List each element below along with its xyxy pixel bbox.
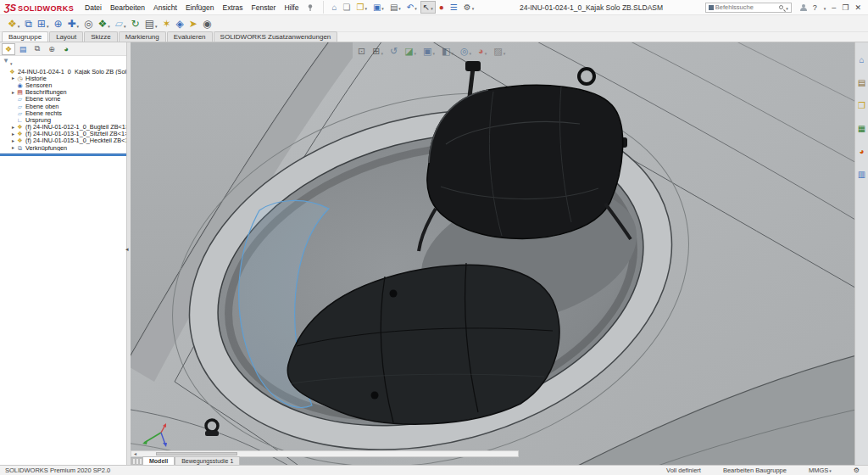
panel-collapse-icon[interactable]: ◂ <box>125 246 129 253</box>
undo-button[interactable]: ↶ <box>404 1 420 14</box>
graphics-viewport[interactable]: ⊡ ⊞ ↺ ◪ <box>131 42 854 465</box>
filter-funnel-icon[interactable]: ▼ <box>3 58 9 64</box>
reference-geometry-button[interactable]: ▱ <box>113 16 129 31</box>
linear-component-pattern-button[interactable]: ⊞ <box>35 16 52 31</box>
dropdown-caret-icon[interactable] <box>469 43 472 59</box>
expand-arrow-icon[interactable]: ▸ <box>10 138 16 143</box>
expand-arrow-icon[interactable]: ▸ <box>10 145 16 150</box>
dropdown-caret-icon[interactable] <box>432 43 436 59</box>
restore-button[interactable]: ❐ <box>842 3 849 12</box>
move-component-button[interactable]: ✚ <box>65 16 82 31</box>
menu-einfuegen[interactable]: Einfügen <box>181 2 219 14</box>
command-search[interactable] <box>705 3 792 13</box>
expand-arrow-icon[interactable]: ▸ <box>10 125 16 130</box>
dropdown-caret-icon[interactable] <box>398 3 401 12</box>
tree-item-ursprung[interactable]: ∟ Ursprung <box>0 116 126 123</box>
exploded-view-button[interactable]: ✶ <box>160 16 174 31</box>
motion-study-tab[interactable]: Bewegungsstudie 1 <box>175 456 240 465</box>
view-orientation-button[interactable]: ▣ <box>423 43 435 59</box>
tab-baugruppe[interactable]: Baugruppe <box>2 31 48 42</box>
tree-item-verknuepfungen[interactable]: ▸ ⧉ Verknüpfungen <box>0 144 126 151</box>
zoom-fit-button[interactable]: ⊡ <box>358 47 365 56</box>
model-tab[interactable]: Modell <box>142 456 175 465</box>
dropdown-caret-icon[interactable] <box>380 43 383 59</box>
assembly-features-button[interactable]: ❖ <box>96 16 113 31</box>
select-button[interactable]: ↖ <box>420 1 436 14</box>
tree-item-sitzteil[interactable]: ▸ ❖ (f) 24-INU-01-013-1_0_Sitzteil ZB<1>… <box>0 131 126 137</box>
menu-bearbeiten[interactable]: Bearbeiten <box>106 2 149 14</box>
unit-system-selector[interactable]: MMGS <box>809 467 832 474</box>
propertymanager-tab[interactable]: ▤ <box>16 43 30 55</box>
dimxpertmanager-tab[interactable]: ⊕ <box>45 43 58 55</box>
displaymanager-tab[interactable]: ◕ <box>59 43 73 55</box>
dropdown-caret-icon[interactable] <box>503 43 506 59</box>
hide-show-items-button[interactable]: ◎ <box>460 43 471 59</box>
user-account-icon[interactable] <box>800 4 807 11</box>
taskpane-appearances-tab[interactable]: ◕ <box>859 142 864 158</box>
dropdown-caret-icon[interactable] <box>484 43 487 59</box>
tree-item-root[interactable]: ❖ 24-INU-01-024-1_0_Kajak Solo ZB (Solo … <box>0 68 126 75</box>
tab-splitter-grip[interactable] <box>131 458 142 465</box>
search-caret-icon[interactable] <box>785 3 788 12</box>
update-speedpak-button[interactable]: ➤ <box>186 16 200 31</box>
rebuild-button[interactable]: ● <box>437 1 447 14</box>
print-button[interactable]: ▤ <box>387 1 403 14</box>
taskpane-view-palette-tab[interactable]: ▦ <box>858 120 865 135</box>
tab-markierung[interactable]: Markierung <box>119 31 166 42</box>
menu-fenster[interactable]: Fenster <box>248 2 281 14</box>
help-caret-icon[interactable] <box>823 3 826 12</box>
command-search-input[interactable] <box>715 3 777 11</box>
home-button[interactable]: ⌂ <box>329 1 339 14</box>
tree-item-historie[interactable]: ▸ ◷ Historie <box>0 75 126 81</box>
configurationmanager-tab[interactable]: ⧉ <box>31 43 44 55</box>
minimize-button[interactable]: – <box>832 3 836 12</box>
mate-button[interactable]: ⧉ <box>22 16 35 31</box>
scrollbar-thumb[interactable] <box>156 452 237 455</box>
help-button[interactable]: ? <box>813 3 817 12</box>
taskpane-design-library-tab[interactable]: ▤ <box>858 74 865 89</box>
dropdown-caret-icon[interactable] <box>76 16 80 31</box>
edit-appearance-button[interactable]: ◕ <box>478 43 487 59</box>
dropdown-caret-icon[interactable] <box>107 16 110 31</box>
new-document-button[interactable]: ❏ <box>340 1 353 14</box>
taskpane-custom-properties-tab[interactable]: ▥ <box>858 165 865 181</box>
take-snapshot-button[interactable]: ◉ <box>200 16 214 31</box>
display-style-button[interactable]: ◧ <box>442 43 453 59</box>
zoom-area-button[interactable]: ⊞ <box>372 43 383 59</box>
expand-arrow-icon[interactable]: ▸ <box>10 75 16 81</box>
search-icon[interactable] <box>779 5 783 9</box>
expand-arrow-icon[interactable]: ▸ <box>10 90 16 95</box>
scroll-left-icon[interactable]: ◂ <box>131 451 139 456</box>
tree-item-sensoren[interactable]: ◉ Sensoren <box>0 81 126 88</box>
tree-item-beschriftungen[interactable]: ▸ ▤ Beschriftungen <box>0 89 126 96</box>
dropdown-caret-icon[interactable] <box>17 16 20 31</box>
menu-extras[interactable]: Extras <box>218 2 247 14</box>
tab-evaluieren[interactable]: Evaluieren <box>167 31 213 42</box>
tree-item-ebene-rechts[interactable]: ▱ Ebene rechts <box>0 109 126 116</box>
previous-view-button[interactable]: ↺ <box>390 47 398 56</box>
file-properties-button[interactable]: ☰ <box>448 1 460 14</box>
dropdown-caret-icon[interactable] <box>828 467 832 474</box>
dropdown-caret-icon[interactable] <box>414 3 417 12</box>
menu-ansicht[interactable]: Ansicht <box>149 2 181 14</box>
bill-of-materials-button[interactable]: ▤ <box>142 16 160 31</box>
dropdown-caret-icon[interactable] <box>123 16 126 31</box>
save-button[interactable]: ▣ <box>370 1 387 14</box>
new-motion-study-button[interactable]: ↻ <box>129 16 142 31</box>
tab-layout[interactable]: Layout <box>49 31 83 42</box>
instant3d-button[interactable]: ◈ <box>174 16 186 31</box>
constraint-status[interactable]: Voll definiert <box>666 467 701 474</box>
tab-skizze[interactable]: Skizze <box>84 31 118 42</box>
open-button[interactable]: ❐ <box>353 1 369 14</box>
edit-mode-status[interactable]: Bearbeiten Baugruppe <box>723 467 787 474</box>
menu-datei[interactable]: Datei <box>81 2 106 14</box>
options-button[interactable]: ⚙ <box>461 1 476 14</box>
menu-hilfe[interactable]: Hilfe <box>280 2 303 14</box>
dropdown-caret-icon[interactable] <box>450 43 453 59</box>
rollback-bar[interactable] <box>0 154 126 156</box>
dropdown-caret-icon[interactable] <box>364 3 367 12</box>
expand-arrow-icon[interactable]: ▸ <box>10 131 16 137</box>
taskpane-home-tab[interactable]: ⌂ <box>859 51 864 66</box>
insert-components-button[interactable]: ❖ <box>5 16 22 31</box>
pin-icon[interactable] <box>306 3 314 12</box>
